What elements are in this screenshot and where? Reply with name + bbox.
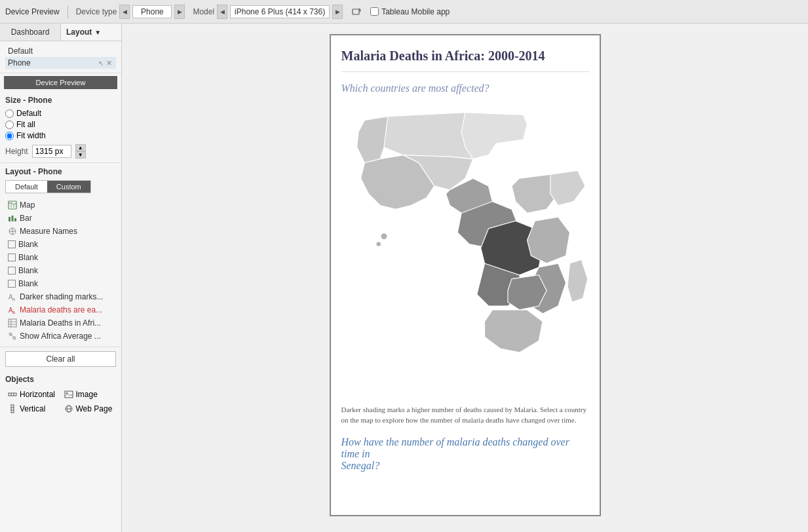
- top-bar: Device Preview Device type ◀ Phone ▶ Mod…: [0, 0, 808, 24]
- height-row: Height ▲ ▼: [5, 144, 116, 159]
- device-type-next[interactable]: ▶: [174, 5, 185, 19]
- blank-item-3[interactable]: Blank: [5, 264, 116, 277]
- sheet-name-africa-avg: Show Africa Average ...: [20, 332, 101, 341]
- radio-fit-all[interactable]: Fit all: [5, 120, 116, 129]
- sheet-name-malaria-afri: Malaria Deaths in Afri...: [20, 318, 101, 328]
- sheet-list: Map Bar Measure Names: [5, 199, 116, 343]
- sheet-name-measure: Measure Names: [20, 227, 77, 236]
- tableau-mobile-checkbox[interactable]: Tableau Mobile app: [370, 7, 450, 16]
- size-title: Size - Phone: [5, 96, 116, 105]
- blank-item-4[interactable]: Blank: [5, 277, 116, 290]
- layout-section: Layout - Phone Default Custom Map: [0, 163, 121, 347]
- height-input[interactable]: [32, 145, 71, 158]
- africa-map: [341, 101, 589, 398]
- filter-icon: [8, 332, 17, 341]
- sheet-name-malaria-ea: Malaria deaths are ea...: [20, 305, 102, 314]
- tableau-mobile-label: Tableau Mobile app: [381, 7, 450, 16]
- vertical-label: Vertical: [20, 404, 45, 413]
- objects-section: Objects Horizontal Image Vertical Web Pa…: [0, 371, 121, 419]
- layout-toggle-group: Default Custom: [5, 180, 91, 193]
- horizontal-label: Horizontal: [20, 390, 55, 399]
- phone-content: Malaria Deaths in Africa: 2000-2014 Whic…: [331, 35, 600, 485]
- blank-checkbox-2[interactable]: [8, 254, 16, 261]
- svg-rect-12: [9, 319, 16, 327]
- phone-device-item[interactable]: Phone ↖ ✕: [5, 57, 116, 69]
- height-label: Height: [5, 147, 28, 156]
- object-horizontal[interactable]: Horizontal: [5, 388, 60, 401]
- device-preview-tab[interactable]: Device Preview: [5, 7, 60, 16]
- tableau-mobile-input[interactable]: [370, 7, 379, 16]
- sheet-item-map[interactable]: Map: [5, 199, 116, 212]
- objects-grid: Horizontal Image Vertical Web Page: [5, 388, 116, 415]
- sheet-item-measure-names[interactable]: Measure Names: [5, 225, 116, 238]
- device-type-prev[interactable]: ◀: [119, 5, 130, 19]
- blank-checkbox-3[interactable]: [8, 267, 16, 275]
- toggle-custom-btn[interactable]: Custom: [47, 181, 90, 193]
- question2-country: Senegal?: [341, 460, 380, 471]
- horizontal-icon: [8, 390, 17, 399]
- device-list-section: Default Phone ↖ ✕: [0, 41, 121, 73]
- model-group: Model ◀ iPhone 6 Plus (414 x 736) ▶: [193, 5, 343, 19]
- sheet-name-map: Map: [20, 200, 35, 210]
- objects-title: Objects: [5, 375, 116, 384]
- height-increment[interactable]: ▲: [75, 144, 86, 151]
- content-area: Malaria Deaths in Africa: 2000-2014 Whic…: [122, 24, 808, 532]
- dashboard-title: Malaria Deaths in Africa: 2000-2014: [341, 48, 589, 72]
- tab-dashboard[interactable]: Dashboard: [0, 24, 61, 41]
- svg-rect-24: [11, 405, 14, 413]
- clear-all-button[interactable]: Clear all: [5, 351, 116, 367]
- blank-checkbox-1[interactable]: [8, 240, 16, 248]
- radio-fit-width[interactable]: Fit width: [5, 131, 116, 140]
- device-preview-button[interactable]: Device Preview: [4, 76, 117, 89]
- sheet-item-bar[interactable]: Bar: [5, 212, 116, 225]
- height-decrement[interactable]: ▼: [75, 151, 86, 159]
- default-device-item[interactable]: Default: [5, 45, 116, 57]
- toggle-default-btn[interactable]: Default: [6, 181, 47, 193]
- model-next[interactable]: ▶: [332, 5, 343, 19]
- svg-text:a: a: [12, 310, 15, 314]
- map-caption: Darker shading marks a higher number of …: [341, 404, 589, 426]
- object-image[interactable]: Image: [62, 388, 117, 401]
- svg-rect-1: [9, 201, 16, 209]
- sheet-item-africa-avg[interactable]: Show Africa Average ...: [5, 330, 116, 343]
- web-page-label: Web Page: [76, 404, 113, 413]
- sheet-name-bar: Bar: [20, 214, 32, 223]
- blank-label-1: Blank: [18, 240, 38, 249]
- svg-rect-4: [14, 218, 16, 221]
- device-type-value: Phone: [132, 5, 172, 18]
- device-preview-label: Device Preview: [5, 7, 60, 16]
- size-radio-group: Default Fit all Fit width: [5, 109, 116, 140]
- sheet-item-malaria-afri[interactable]: Malaria Deaths in Afri...: [5, 316, 116, 330]
- sheet-item-darker[interactable]: Aa Darker shading marks...: [5, 290, 116, 303]
- bar-icon: [8, 214, 17, 223]
- model-label: Model: [193, 7, 214, 16]
- rotate-button[interactable]: [351, 6, 362, 18]
- svg-line-18: [10, 334, 14, 338]
- close-phone-button[interactable]: ✕: [105, 59, 113, 67]
- blank-item-2[interactable]: Blank: [5, 251, 116, 264]
- section-question-1: Which countries are most affected?: [341, 83, 589, 94]
- svg-point-31: [376, 242, 381, 246]
- left-panel: Dashboard Layout ▼ Default Phone ↖ ✕ Dev…: [0, 24, 122, 532]
- blank-label-4: Blank: [18, 279, 38, 288]
- text-icon-2: Aa: [8, 305, 17, 314]
- sheet-item-malaria-deaths[interactable]: Aa Malaria deaths are ea...: [5, 303, 116, 316]
- blank-item-1[interactable]: Blank: [5, 238, 116, 251]
- panel-tabs: Dashboard Layout ▼: [0, 24, 121, 41]
- blank-checkbox-4[interactable]: [8, 280, 16, 288]
- object-vertical[interactable]: Vertical: [5, 402, 60, 415]
- tab-layout[interactable]: Layout ▼: [61, 24, 121, 41]
- model-prev[interactable]: ◀: [217, 5, 227, 19]
- question2-prefix: How have the number of malaria deaths ch…: [341, 436, 569, 459]
- layout-title: Layout - Phone: [5, 167, 116, 176]
- africa-map-svg: [341, 101, 589, 395]
- radio-default[interactable]: Default: [5, 109, 116, 118]
- cursor-icon: ↖: [98, 60, 104, 67]
- text-icon-1: Aa: [8, 292, 17, 301]
- image-label: Image: [76, 390, 98, 399]
- map-icon: [8, 200, 17, 210]
- image-icon: [64, 390, 73, 399]
- svg-point-30: [381, 233, 387, 239]
- phone-frame: Malaria Deaths in Africa: 2000-2014 Whic…: [330, 34, 601, 516]
- object-web-page[interactable]: Web Page: [62, 402, 117, 415]
